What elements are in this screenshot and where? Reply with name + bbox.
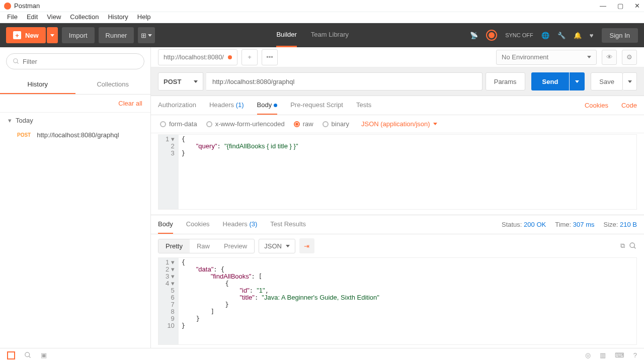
cookies-link[interactable]: Cookies — [585, 102, 608, 109]
plus-icon: + — [13, 31, 21, 39]
save-button[interactable]: Save — [591, 72, 623, 90]
keyboard-icon[interactable]: ⌨ — [615, 351, 624, 359]
response-tab-tests[interactable]: Test Results — [270, 215, 306, 234]
close-button[interactable]: ✕ — [634, 2, 640, 10]
svg-line-5 — [29, 356, 30, 357]
console-icon[interactable]: ▣ — [41, 351, 47, 359]
environment-label: No Environment — [502, 53, 548, 61]
request-tab[interactable]: http://localhost:8080/ — [158, 49, 237, 65]
radio-binary[interactable]: binary — [323, 120, 349, 128]
menubar: File Edit View Collection History Help — [0, 12, 644, 23]
capture-icon[interactable] — [486, 30, 497, 41]
filter-box[interactable] — [6, 53, 144, 69]
request-bar: POST Params Send Save — [151, 67, 644, 96]
history-group-label: Today — [16, 117, 33, 124]
menu-edit[interactable]: Edit — [27, 13, 38, 21]
menu-help[interactable]: Help — [137, 13, 151, 21]
code-link[interactable]: Code — [621, 102, 637, 109]
radio-urlencoded[interactable]: x-www-form-urlencoded — [206, 120, 285, 128]
add-tab-button[interactable]: + — [242, 49, 258, 65]
two-pane-icon[interactable]: ▥ — [600, 351, 606, 359]
heart-icon[interactable]: ♥ — [590, 32, 594, 39]
method-label: POST — [164, 78, 181, 85]
save-dropdown[interactable] — [623, 72, 637, 90]
clear-all-link[interactable]: Clear all — [0, 95, 150, 113]
svg-point-0 — [14, 59, 18, 63]
bell-icon[interactable]: 🔔 — [574, 32, 582, 39]
unsaved-dot-icon — [228, 55, 232, 59]
response-format-select[interactable]: JSON — [259, 239, 295, 253]
tab-authorization[interactable]: Authorization — [158, 96, 196, 115]
sidebar-tab-history[interactable]: History — [0, 75, 75, 94]
sidebar-tab-collections[interactable]: Collections — [75, 75, 151, 94]
wrap-lines-button[interactable]: ⇥ — [299, 238, 314, 253]
svg-point-4 — [25, 352, 30, 357]
response-tab-headers[interactable]: Headers (3) — [223, 215, 258, 234]
bootcamp-icon[interactable]: ◎ — [585, 351, 591, 359]
menu-file[interactable]: File — [7, 13, 18, 21]
radio-form-data[interactable]: form-data — [160, 120, 197, 128]
sidebar-toggle-icon[interactable] — [7, 351, 15, 359]
svg-line-1 — [17, 62, 19, 64]
history-group-today[interactable]: ▾Today — [0, 113, 150, 128]
content-type-select[interactable]: JSON (application/json) — [361, 120, 437, 128]
menu-collection[interactable]: Collection — [70, 13, 99, 21]
view-pretty[interactable]: Pretty — [158, 239, 190, 253]
response-tab-body[interactable]: Body — [158, 215, 173, 234]
request-body-editor[interactable]: 1 ▾23 { "query": "{findAllBooks { id tit… — [158, 134, 637, 210]
statusbar: ▣ ◎ ▥ ⌨ ? — [0, 348, 644, 362]
tab-prerequest[interactable]: Pre-request Script — [290, 96, 343, 115]
response-tab-cookies[interactable]: Cookies — [186, 215, 210, 234]
request-tab-title: http://localhost:8080/ — [164, 53, 224, 61]
search-icon — [13, 58, 20, 65]
url-input[interactable] — [206, 72, 482, 90]
window-title: Postman — [14, 2, 600, 10]
size-value: 210 B — [620, 221, 637, 228]
runner-button[interactable]: Runner — [99, 27, 134, 43]
globe-icon[interactable]: 🌐 — [541, 32, 549, 39]
view-preview[interactable]: Preview — [217, 239, 254, 253]
app-logo-icon — [4, 3, 11, 10]
new-button-dropdown[interactable] — [47, 27, 58, 43]
tab-team-library[interactable]: Team Library — [311, 23, 349, 47]
send-dropdown[interactable] — [570, 72, 585, 90]
new-window-button[interactable]: ⊞ — [138, 27, 155, 43]
tab-body[interactable]: Body — [257, 96, 278, 115]
tab-options-button[interactable]: ••• — [262, 49, 278, 65]
history-item-url: http://localhost:8080/graphql — [37, 131, 119, 139]
wrench-icon[interactable]: 🔧 — [557, 32, 566, 39]
view-mode-segment: Pretty Raw Preview — [158, 239, 255, 253]
new-button[interactable]: +New — [6, 27, 46, 43]
environment-select[interactable]: No Environment — [496, 50, 597, 65]
request-tabstrip: http://localhost:8080/ + ••• — [151, 47, 489, 67]
menu-view[interactable]: View — [47, 13, 61, 21]
send-button[interactable]: Send — [531, 72, 570, 90]
view-raw[interactable]: Raw — [190, 239, 217, 253]
method-badge: POST — [17, 132, 31, 138]
history-item[interactable]: POST http://localhost:8080/graphql — [0, 128, 150, 142]
sync-status: SYNC OFF — [505, 32, 533, 38]
menu-history[interactable]: History — [108, 13, 128, 21]
help-icon[interactable]: ? — [633, 351, 637, 359]
settings-button[interactable]: ⚙ — [622, 50, 637, 65]
method-select[interactable]: POST — [158, 72, 203, 90]
maximize-button[interactable]: ▢ — [617, 2, 623, 10]
search-response-button[interactable] — [629, 242, 637, 250]
svg-point-2 — [630, 243, 634, 247]
copy-response-button[interactable]: ⧉ — [620, 242, 625, 250]
tab-builder[interactable]: Builder — [276, 23, 296, 47]
satellite-icon[interactable]: 📡 — [470, 32, 478, 39]
signin-button[interactable]: Sign In — [602, 28, 638, 43]
params-button[interactable]: Params — [486, 72, 525, 90]
find-icon[interactable] — [24, 351, 32, 359]
status-value: 200 OK — [524, 221, 546, 228]
import-button[interactable]: Import — [62, 27, 95, 43]
minimize-button[interactable]: — — [600, 2, 606, 10]
tab-tests[interactable]: Tests — [356, 96, 371, 115]
env-quicklook-button[interactable]: 👁 — [602, 50, 617, 65]
tab-headers[interactable]: Headers (1) — [209, 96, 244, 115]
filter-input[interactable] — [23, 58, 138, 65]
response-body-viewer[interactable]: 1 ▾2 ▾3 ▾4 ▾5678910 { "data": { "findAll… — [158, 257, 637, 345]
new-button-label: New — [25, 32, 39, 39]
radio-raw[interactable]: raw — [294, 120, 313, 128]
